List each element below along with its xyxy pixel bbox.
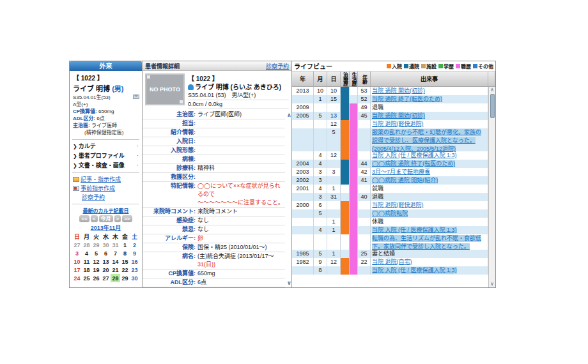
table-row: 11552当院 通院 終了(転医のため) <box>292 95 488 103</box>
field-label: CP換算値: <box>143 269 197 278</box>
calendar-day[interactable]: 6 <box>101 249 111 257</box>
card-patient-name: ライブ 明博 (らいぶ あきひろ) <box>188 83 289 91</box>
calendar-day[interactable]: 5 <box>91 249 101 257</box>
sidebar-link[interactable]: 事前指示作成 <box>73 184 139 193</box>
sidebar-menu-item[interactable]: ❯患者プロファイル· <box>73 151 139 161</box>
calendar-day[interactable]: 14 <box>111 257 120 266</box>
calendar-nav-button[interactable]: << <box>79 215 89 222</box>
cell-year <box>292 209 314 218</box>
cell-year: 2004 <box>292 160 314 168</box>
card-patient-id: 【 1022 】 <box>188 73 289 83</box>
cell-life-bar <box>350 168 358 176</box>
calendar-day[interactable]: 11 <box>82 257 91 266</box>
calendar-day[interactable]: 9 <box>130 249 139 257</box>
event-link[interactable]: 転職の為、生活リズムが乱れ不眠・食欲低下。家族同伴で受診し入院となった。 <box>372 235 481 250</box>
calendar-day[interactable]: 18 <box>82 266 91 274</box>
calendar-month-link[interactable]: 2013年11月 <box>72 224 140 232</box>
calendar-day[interactable]: 30 <box>130 274 139 282</box>
event-link: 就職 <box>372 185 383 192</box>
calendar-day[interactable]: 26 <box>91 274 101 282</box>
scroll-thumb[interactable] <box>490 94 495 118</box>
fields-scroll-up[interactable]: ∧ <box>287 112 291 118</box>
calendar-nav-button[interactable]: 今月 <box>99 215 113 222</box>
lifeview-scrollbar[interactable]: ∧ ∨ <box>488 87 495 287</box>
calendar-nav-button[interactable]: < <box>91 215 98 222</box>
cell-treatment-bar <box>341 201 350 209</box>
calendar-day[interactable]: 7 <box>111 249 120 257</box>
calendar-day[interactable]: 12 <box>91 257 101 266</box>
sidebar-menu-item[interactable]: ❯カルテ· <box>73 142 139 151</box>
calendar-day[interactable]: 13 <box>101 257 111 266</box>
calendar-day[interactable]: 22 <box>120 266 130 274</box>
event-link[interactable]: 当院 退院(自宅) <box>372 259 412 265</box>
cell-life-bar <box>350 112 358 120</box>
field-label: 診療科: <box>143 164 197 172</box>
calendar-day[interactable]: 21 <box>111 266 120 274</box>
calendar-day[interactable]: 24 <box>72 274 82 282</box>
calendar-day[interactable]: 27 <box>72 241 82 249</box>
sidebar-menu-item[interactable]: ❯文書・検査・画像· <box>73 161 139 171</box>
event-link[interactable]: 当院 通院 終了(転医のため) <box>372 96 442 102</box>
treatment-bar <box>341 176 349 185</box>
field-value: なし <box>197 216 285 225</box>
calendar-nav-button[interactable]: > <box>114 215 121 222</box>
event-link[interactable]: ◯◯病院転院 <box>372 210 408 216</box>
sidebar-link[interactable]: 診察予約 <box>73 193 139 202</box>
column-header-spacer <box>488 72 495 86</box>
calendar-day[interactable]: 27 <box>101 274 111 282</box>
field-label: 禁忌: <box>143 225 197 234</box>
outpatient-tab[interactable]: 外来 <box>70 61 142 71</box>
calendar-day[interactable]: 16 <box>130 257 139 266</box>
calendar-day[interactable]: 20 <box>101 266 111 274</box>
calendar-day[interactable]: 2 <box>130 241 139 249</box>
calendar-day[interactable]: 10 <box>72 257 82 266</box>
calendar-day[interactable]: 30 <box>101 241 111 249</box>
legend-label: その他 <box>478 63 493 70</box>
legend-label: 入院 <box>392 63 402 70</box>
field-label: 病名: <box>143 252 197 261</box>
note-icon <box>73 177 79 182</box>
event-link[interactable]: 当院 通院 開始(初診) <box>372 112 425 119</box>
calendar-day[interactable]: 23 <box>130 266 139 274</box>
event-link[interactable]: 当院 入院 (任 / 医療保護入院 1:3) <box>372 267 457 273</box>
app-window: 外来 【 1022 】 ライブ 明博 (男) S35.04.01生(53) A型… <box>69 61 496 288</box>
event-link[interactable]: 当院 通院 開始(初診) <box>372 87 425 94</box>
calendar-day[interactable]: 4 <box>82 249 91 257</box>
calendar-nav-button[interactable]: >> <box>122 215 132 222</box>
event-link[interactable]: ◯◯病院 通院 開始(紹介) <box>372 177 438 183</box>
calendar-day[interactable]: 8 <box>120 249 130 257</box>
patient-detail-header: 患者情報詳細 診察予約 <box>143 61 291 71</box>
event-link[interactable]: 3月～7月まで転地療養 <box>372 169 430 175</box>
calendar-day[interactable]: 28 <box>82 241 91 249</box>
cp-value: 650mg <box>98 109 114 114</box>
event-link[interactable]: 当院 入院 (任 / 医療保護入院 1:3) <box>372 152 457 158</box>
menu-item-label: カルテ <box>79 143 96 149</box>
latest-chart-date-link[interactable]: 最新のカルテ記載日 <box>72 207 140 214</box>
legend-label: 職歴 <box>461 63 471 70</box>
calendar-day[interactable]: 3 <box>72 249 82 257</box>
scroll-up-arrow[interactable]: ∧ <box>490 87 494 93</box>
field-row: 病名:(主)統合失調症 (2013/01/17～31(日)) <box>143 252 285 269</box>
cell-day: 1 <box>327 218 341 226</box>
event-link[interactable]: 当院 退院(軽快退院) <box>372 121 424 127</box>
event-link[interactable]: 当院 退院(軽快退院) <box>372 202 424 208</box>
calendar-day[interactable]: 28 <box>111 274 120 282</box>
calendar-day[interactable]: 29 <box>91 241 101 249</box>
calendar-day[interactable]: 1 <box>120 241 130 249</box>
mail-icon[interactable] <box>133 95 139 99</box>
scroll-down-arrow[interactable]: ∨ <box>490 281 494 287</box>
calendar-day[interactable]: 29 <box>120 274 130 282</box>
appointment-link[interactable]: 診察予約 <box>266 62 289 70</box>
event-link[interactable]: 服薬の乱れから不眠・幻聴が悪化。家族の説得で受診し、医療保護入院となった。(20… <box>372 129 481 152</box>
calendar-day[interactable]: 19 <box>91 266 101 274</box>
cell-event: 就職 <box>371 185 488 193</box>
event-link[interactable]: 当院 入院 (任 / 医療保護入院 1:3) <box>372 227 457 233</box>
event-link[interactable]: ◯◯病院 通院 終了(転医のため) <box>372 160 455 167</box>
calendar-day[interactable]: 31 <box>111 241 120 249</box>
fields-scroll-down[interactable]: ∨ <box>287 280 291 286</box>
calendar-day[interactable]: 15 <box>120 257 130 266</box>
calendar-day[interactable]: 17 <box>72 266 82 274</box>
legend-swatch-通院 <box>404 64 408 68</box>
calendar-day[interactable]: 25 <box>82 274 91 282</box>
sidebar-link[interactable]: 記事・指示作成 <box>73 175 139 184</box>
